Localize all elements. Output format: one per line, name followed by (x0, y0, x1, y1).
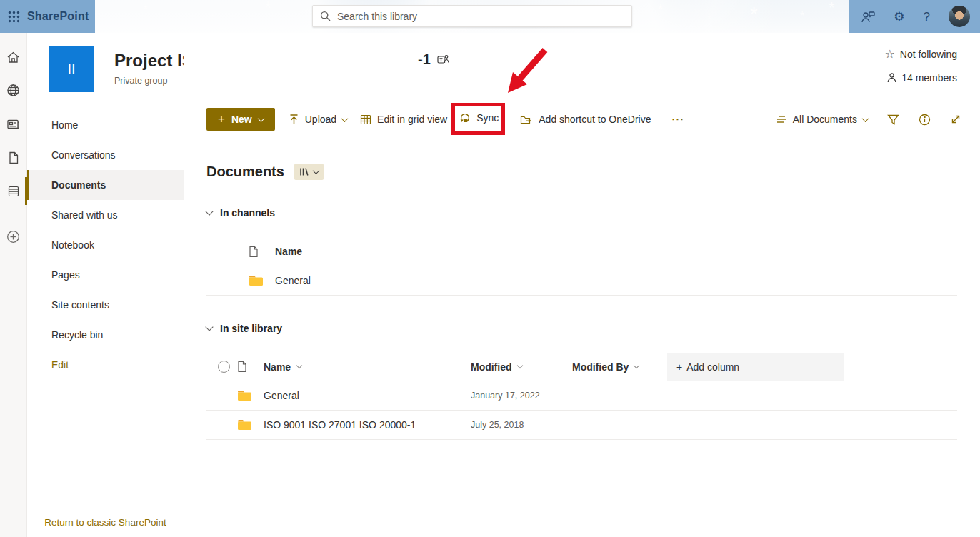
search-input[interactable] (337, 11, 624, 22)
star-icon: ☆ (885, 49, 895, 60)
folder-icon (237, 390, 264, 401)
more-commands-icon[interactable]: ⋯ (671, 111, 684, 127)
site-logo[interactable]: II (49, 46, 94, 92)
snowflake-decoration (657, 0, 664, 20)
channels-table: Name General (206, 237, 957, 296)
library-title: Documents (206, 164, 284, 180)
avatar[interactable] (949, 6, 970, 27)
plus-icon: + (676, 361, 682, 373)
table-row[interactable]: ISO 9001 ISO 27001 ISO 20000-1 July 25, … (206, 411, 957, 440)
sync-annotation-wrap: Sync (459, 112, 499, 126)
column-modified-by[interactable]: Modified By (572, 361, 667, 373)
nav-item-documents[interactable]: Documents (27, 170, 184, 200)
row-name-link[interactable]: General (275, 275, 482, 286)
snowflake-decoration (143, 1, 149, 18)
view-selector[interactable]: All Documents (776, 114, 868, 125)
view-list-icon (776, 115, 787, 124)
suite-left-block: SharePoint (0, 0, 95, 33)
person-icon (887, 73, 896, 83)
column-name[interactable]: Name (275, 246, 482, 257)
section-label: In channels (220, 207, 275, 219)
add-shortcut-button[interactable]: Add shortcut to OneDrive (520, 114, 651, 125)
edit-grid-view-button[interactable]: Edit in grid view (360, 114, 447, 125)
expand-icon[interactable] (950, 114, 961, 125)
new-button[interactable]: + New (206, 108, 275, 131)
folder-shortcut-icon (520, 114, 533, 125)
snowflake-decoration (707, 13, 711, 24)
rail-library-icon[interactable] (0, 174, 27, 208)
row-modified-date: July 25, 2018 (471, 420, 572, 430)
column-name[interactable]: Name (264, 361, 471, 373)
section-in-channels[interactable]: In channels (206, 207, 957, 219)
upload-label: Upload (305, 114, 336, 125)
command-bar: + New Upload Edit in g (184, 100, 980, 139)
select-all-checkbox[interactable] (218, 361, 230, 373)
nav-item-home[interactable]: Home (27, 110, 184, 140)
chevron-down-icon (205, 207, 213, 215)
section-in-site-library[interactable]: In site library (206, 323, 957, 334)
folder-icon (237, 419, 264, 431)
snowflake-decoration (829, 0, 835, 17)
chevron-down-icon (205, 323, 213, 331)
search-box[interactable] (312, 5, 632, 27)
nav-item-recycle-bin[interactable]: Recycle bin (27, 320, 184, 350)
main-panel: + New Upload Edit in g (184, 100, 980, 537)
chevron-down-icon (862, 115, 869, 122)
filter-icon[interactable] (887, 114, 899, 125)
channels-header-row: Name (206, 237, 957, 266)
nav-item-pages[interactable]: Pages (27, 260, 184, 290)
sync-label: Sync (476, 112, 499, 124)
snowflake-decoration (211, 11, 214, 22)
site-title[interactable]: Project IS (114, 51, 184, 71)
sync-icon (459, 112, 471, 124)
rail-home-icon[interactable] (0, 40, 27, 74)
library-content: Documents In channels (184, 164, 980, 440)
view-selector-label: All Documents (793, 114, 857, 125)
return-classic-link[interactable]: Return to classic SharePoint (27, 508, 184, 537)
settings-gear-icon[interactable]: ⚙ (894, 11, 904, 23)
nav-item-conversations[interactable]: Conversations (27, 140, 184, 170)
chevron-down-icon (312, 167, 319, 174)
books-icon (299, 167, 309, 176)
library-table: Name Modified Modified By + Add column (206, 353, 957, 440)
chevron-down-icon (341, 115, 349, 122)
table-row[interactable]: General January 17, 2022 (206, 381, 957, 411)
channel-view-toggle[interactable] (294, 164, 324, 180)
file-type-icon (237, 361, 264, 373)
sharepoint-wordmark[interactable]: SharePoint (27, 10, 89, 23)
rail-divider (3, 214, 24, 214)
rail-create-icon[interactable] (0, 220, 27, 254)
rail-news-icon[interactable] (0, 107, 27, 141)
chevron-down-icon (516, 363, 522, 368)
search-icon (320, 11, 331, 21)
rail-documents-icon[interactable] (0, 141, 27, 174)
left-app-rail (0, 33, 27, 537)
section-label: In site library (220, 323, 282, 334)
suite-right-block: ⚙ ? (849, 0, 980, 33)
feedback-icon[interactable] (861, 11, 875, 23)
snowflake-decoration (750, 3, 758, 26)
app-launcher-icon[interactable] (0, 0, 27, 33)
nav-item-shared-with-us[interactable]: Shared with us (27, 200, 184, 230)
nav-item-notebook[interactable]: Notebook (27, 230, 184, 260)
teams-count: -1 (418, 51, 431, 68)
row-modified-date: January 17, 2022 (471, 391, 572, 401)
nav-item-edit[interactable]: Edit (27, 350, 184, 380)
row-name-link[interactable]: ISO 9001 ISO 27001 ISO 20000-1 (264, 419, 471, 431)
follow-button[interactable]: ☆ Not following (885, 49, 958, 60)
rail-globe-icon[interactable] (0, 74, 27, 107)
upload-button[interactable]: Upload (289, 114, 347, 125)
table-row[interactable]: General (206, 266, 957, 296)
column-modified[interactable]: Modified (471, 361, 572, 373)
row-name-link[interactable]: General (264, 390, 471, 401)
nav-item-site-contents[interactable]: Site contents (27, 290, 184, 320)
snowflake-decoration (264, 0, 271, 19)
members-button[interactable]: 14 members (887, 72, 957, 84)
info-icon[interactable] (919, 114, 931, 126)
add-column-button[interactable]: + Add column (667, 353, 844, 381)
new-button-label: New (231, 114, 252, 125)
sync-button[interactable]: Sync (459, 112, 499, 124)
members-count-label: 14 members (901, 72, 957, 84)
chevron-down-icon (634, 363, 639, 368)
help-icon[interactable]: ? (924, 11, 930, 23)
